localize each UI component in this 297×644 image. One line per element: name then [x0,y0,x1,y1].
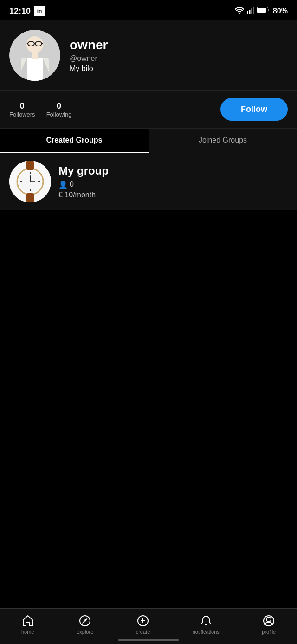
svg-line-12 [42,43,43,44]
members-icon: 👤 [58,180,68,189]
group-card[interactable]: My group 👤 0 € 10/month [0,153,297,210]
nav-item-profile[interactable]: profile [262,614,276,635]
svg-point-7 [26,36,43,53]
followers-stat: 0 Followers [9,101,35,118]
wifi-icon [235,7,244,16]
svg-rect-0 [247,11,248,14]
following-stat: 0 Following [46,101,72,118]
nav-label-explore: explore [77,629,93,635]
home-indicator [118,639,179,641]
profile-info: owner @owner My bilo [70,38,288,73]
profile-name: owner [70,38,288,52]
nav-item-create[interactable]: create [136,614,150,635]
svg-rect-1 [249,10,250,14]
following-count: 0 [57,101,61,111]
signal-icon [247,7,254,16]
nav-label-home: home [21,629,34,635]
status-left: 12:10 in [9,6,45,16]
nav-label-notifications: notifications [193,629,220,635]
svg-line-11 [27,43,28,44]
group-price: € 10/month [58,191,288,199]
nav-label-profile: profile [262,629,276,635]
svg-point-29 [80,616,90,626]
notifications-icon [200,614,213,627]
tabs-section: Created Groups Joined Groups [0,128,297,153]
svg-rect-14 [27,58,43,81]
battery-percentage: 80% [273,7,288,15]
svg-rect-28 [26,193,34,202]
avatar-image [9,30,60,81]
nav-item-home[interactable]: home [21,614,34,635]
svg-rect-27 [26,161,34,170]
nav-item-notifications[interactable]: notifications [193,614,220,635]
group-members: 👤 0 [58,180,288,189]
create-icon [136,614,149,627]
stats-group: 0 Followers 0 Following [9,101,72,118]
group-image [9,161,51,202]
status-bar: 12:10 in 80% [0,0,297,20]
avatar [9,30,60,81]
group-name: My group [58,164,288,177]
group-info: My group 👤 0 € 10/month [58,164,288,199]
status-right: 80% [235,7,288,16]
group-thumbnail [9,161,51,202]
nav-item-explore[interactable]: explore [77,614,93,635]
svg-rect-3 [253,7,254,14]
svg-rect-5 [258,8,266,13]
home-icon [21,614,34,627]
nav-label-create: create [136,629,150,635]
svg-point-33 [266,617,271,622]
profile-handle: @owner [70,54,288,63]
stats-follow-section: 0 Followers 0 Following Follow [0,90,297,128]
explore-icon [78,614,91,627]
svg-rect-2 [251,8,252,14]
followers-count: 0 [20,101,25,111]
profile-icon [262,614,275,627]
profile-section: owner @owner My bilo [0,20,297,90]
profile-bio: My bilo [70,65,288,73]
battery-icon [257,7,270,15]
follow-button[interactable]: Follow [220,98,288,121]
linkedin-icon: in [34,6,45,16]
tab-created-groups[interactable]: Created Groups [0,129,148,153]
followers-label: Followers [9,111,35,118]
tab-joined-groups[interactable]: Joined Groups [148,129,297,153]
members-count: 0 [70,180,74,189]
following-label: Following [46,111,72,118]
time-display: 12:10 [9,7,31,16]
svg-rect-15 [32,52,38,59]
